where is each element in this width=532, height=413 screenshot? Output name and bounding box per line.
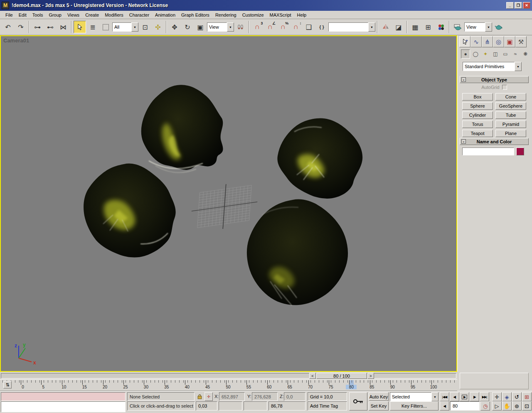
chevron-down-icon[interactable]: ▼ <box>227 22 234 32</box>
tab-hierarchy[interactable]: ⋔ <box>482 36 493 47</box>
object-type-button-torus[interactable]: Torus <box>462 120 493 128</box>
chevron-down-icon[interactable]: ▼ <box>515 62 522 71</box>
next-frame-arrow[interactable]: > <box>367 373 374 379</box>
go-to-start-icon[interactable]: |◀◀ <box>440 392 449 401</box>
title-bar[interactable]: M !demo4.max - 3ds max 5 - Unregistered … <box>0 0 532 11</box>
viewport-label[interactable]: Camera01 <box>3 37 29 44</box>
min-max-toggle-icon[interactable]: ⊡ <box>522 401 532 411</box>
open-mini-curve-editor-icon[interactable]: ⇅ <box>3 381 12 388</box>
y-coord-field[interactable]: 276,628 <box>252 392 278 401</box>
select-and-manipulate-icon[interactable]: ✣ <box>152 21 164 33</box>
restore-button[interactable]: ❐ <box>515 2 522 9</box>
align-icon[interactable]: ◪ <box>392 21 405 33</box>
minimize-button[interactable]: _ <box>506 2 514 9</box>
zoom-region-icon[interactable]: ⊞ <box>522 392 532 401</box>
set-key-button[interactable]: Set Key <box>369 401 389 411</box>
selection-lock-toggle[interactable] <box>196 392 203 401</box>
track-bar[interactable]: 0510152025303540455055606570758085909510… <box>0 379 457 391</box>
previous-frame-icon[interactable]: ◀| <box>450 392 459 401</box>
object-type-button-cone[interactable]: Cone <box>495 93 526 101</box>
menu-item-tools[interactable]: Tools <box>30 12 46 18</box>
scene-object-rock-3[interactable] <box>84 164 176 258</box>
play-animation-icon[interactable]: ▶ <box>460 392 469 401</box>
current-frame-field[interactable]: 80 <box>450 401 480 411</box>
category-space-warps-icon[interactable]: ≈ <box>511 49 520 59</box>
field-of-view-icon[interactable]: ▷ <box>492 401 502 411</box>
collapse-icon[interactable]: - <box>461 77 466 82</box>
curve-editor-icon[interactable]: ▦ <box>409 21 421 33</box>
menu-item-views[interactable]: Views <box>64 12 82 18</box>
menu-item-graph-editors[interactable]: Graph Editors <box>178 12 212 18</box>
percent-snap-toggle-icon[interactable]: ∩% <box>277 21 289 33</box>
time-configuration-icon[interactable]: ◷ <box>480 401 490 411</box>
chevron-down-icon[interactable]: ▼ <box>368 22 375 32</box>
named-selection-sets-icon[interactable]: ❑ <box>303 21 315 33</box>
menu-item-help[interactable]: Help <box>294 12 310 18</box>
menu-item-rendering[interactable]: Rendering <box>212 12 239 18</box>
category-helpers-icon[interactable]: ▭ <box>501 49 510 59</box>
category-systems-icon[interactable]: ❋ <box>521 49 530 59</box>
previous-frame-arrow[interactable]: < <box>309 373 316 379</box>
schematic-view-icon[interactable]: ⊞ <box>422 21 434 33</box>
menu-item-group[interactable]: Group <box>46 12 64 18</box>
render-type-dropdown[interactable]: View ▼ <box>464 22 492 32</box>
auto-key-button[interactable]: Auto Key <box>369 392 389 401</box>
time-slider-track[interactable] <box>1 373 456 379</box>
go-to-end-icon[interactable]: ▶▶| <box>480 392 489 401</box>
menu-item-edit[interactable]: Edit <box>16 12 30 18</box>
quick-render-icon[interactable] <box>493 21 505 33</box>
object-type-button-sphere[interactable]: Sphere <box>462 102 493 110</box>
add-time-tag[interactable]: Add Time Tag <box>308 401 347 411</box>
edit-named-selections-icon[interactable]: { } <box>315 21 328 33</box>
angle-snap-toggle-icon[interactable]: ∩∠ <box>264 21 276 33</box>
name-color-rollout-header[interactable]: - Name and Color <box>460 138 529 145</box>
chevron-down-icon[interactable]: ▼ <box>131 22 138 32</box>
tab-display[interactable]: ▣ <box>504 36 515 47</box>
render-scene-icon[interactable] <box>451 21 464 33</box>
window-crossing-toggle-icon[interactable]: ⊡ <box>139 21 151 33</box>
select-and-scale-icon[interactable]: ▣ <box>194 21 207 33</box>
scene-object-rock-4[interactable] <box>247 199 348 305</box>
absolute-offset-toggle-icon[interactable]: ✛ <box>204 392 213 401</box>
autogrid-checkbox[interactable] <box>502 85 507 90</box>
pan-icon[interactable]: ✋ <box>502 401 512 411</box>
menu-item-customize[interactable]: Customize <box>239 12 267 18</box>
use-pivot-point-center-icon[interactable] <box>234 21 247 33</box>
material-editor-icon[interactable] <box>435 21 447 33</box>
x-coord-field[interactable]: 652,897 <box>219 392 245 401</box>
category-lights-icon[interactable]: ✦ <box>481 49 490 59</box>
undo-icon[interactable]: ↶ <box>2 21 14 33</box>
primitive-category-dropdown[interactable]: Standard Primitives ▼ <box>463 62 522 71</box>
object-type-button-geosphere[interactable]: GeoSphere <box>495 102 526 110</box>
key-mode-dropdown[interactable]: Selected ▼ <box>390 392 438 401</box>
arc-rotate-icon[interactable]: ⊚ <box>512 401 522 411</box>
tab-modify[interactable]: ∿ <box>470 36 482 47</box>
menu-item-create[interactable]: Create <box>82 12 102 18</box>
menu-item-modifiers[interactable]: Modifiers <box>102 12 126 18</box>
category-geometry-icon[interactable]: ● <box>461 49 470 59</box>
next-frame-icon[interactable]: |▶ <box>470 392 479 401</box>
select-by-name-icon[interactable]: ≣ <box>86 21 99 33</box>
object-type-rollout-header[interactable]: - Object Type <box>460 76 529 83</box>
select-and-link-icon[interactable]: ⊶ <box>31 21 44 33</box>
zoom-icon[interactable]: ✛ <box>492 392 502 401</box>
object-color-swatch[interactable] <box>516 148 524 155</box>
bind-to-space-warp-icon[interactable]: ⋈ <box>57 21 69 33</box>
menu-item-character[interactable]: Character <box>126 12 152 18</box>
tab-create[interactable] <box>459 36 470 47</box>
reference-coordinate-dropdown[interactable]: View ▼ <box>207 22 234 32</box>
spinner-snap-toggle-icon[interactable]: ∩↕ <box>290 21 302 33</box>
set-keys-button[interactable] <box>349 392 367 411</box>
redo-icon[interactable]: ↷ <box>15 21 27 33</box>
menu-item-maxscript[interactable]: MAXScript <box>267 12 294 18</box>
close-button[interactable]: ✕ <box>523 2 530 9</box>
camera-viewport[interactable]: z y x Camera01 <box>0 35 457 372</box>
rectangular-selection-region-icon[interactable] <box>99 21 112 33</box>
object-type-button-pyramid[interactable]: Pyramid <box>495 120 526 128</box>
object-type-button-tube[interactable]: Tube <box>495 111 526 119</box>
object-type-button-plane[interactable]: Plane <box>495 130 526 137</box>
snap-toggle-3d-icon[interactable]: ∩3 <box>251 21 264 33</box>
maxscript-mini-listener[interactable] <box>1 401 126 412</box>
tab-utilities[interactable]: ⚒ <box>515 36 527 47</box>
scene-object-rock-1[interactable] <box>141 85 223 172</box>
